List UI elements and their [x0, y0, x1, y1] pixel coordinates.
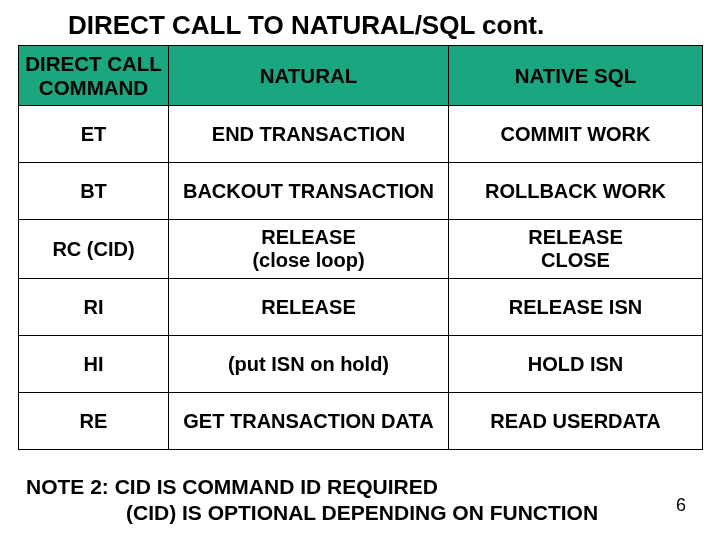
page-title: DIRECT CALL TO NATURAL/SQL cont.	[68, 10, 702, 41]
table-row: RE GET TRANSACTION DATA READ USERDATA	[19, 393, 703, 450]
table-header-row: DIRECT CALL COMMAND NATURAL NATIVE SQL	[19, 46, 703, 106]
cell-cmd: BT	[19, 163, 169, 220]
page-number: 6	[676, 495, 686, 516]
cell-sql: ROLLBACK WORK	[449, 163, 703, 220]
cell-natural: END TRANSACTION	[169, 106, 449, 163]
table-row: ET END TRANSACTION COMMIT WORK	[19, 106, 703, 163]
cell-cmd: HI	[19, 336, 169, 393]
header-direct-call-command: DIRECT CALL COMMAND	[19, 46, 169, 106]
cell-sql: HOLD ISN	[449, 336, 703, 393]
cell-cmd: RI	[19, 279, 169, 336]
footnote-line2: (CID) IS OPTIONAL DEPENDING ON FUNCTION	[26, 500, 702, 526]
table-row: BT BACKOUT TRANSACTION ROLLBACK WORK	[19, 163, 703, 220]
header-natural: NATURAL	[169, 46, 449, 106]
slide: DIRECT CALL TO NATURAL/SQL cont. DIRECT …	[0, 0, 720, 540]
header-native-sql: NATIVE SQL	[449, 46, 703, 106]
table-row: HI (put ISN on hold) HOLD ISN	[19, 336, 703, 393]
cell-natural: BACKOUT TRANSACTION	[169, 163, 449, 220]
cell-cmd: RE	[19, 393, 169, 450]
cell-natural: (put ISN on hold)	[169, 336, 449, 393]
command-table: DIRECT CALL COMMAND NATURAL NATIVE SQL E…	[18, 45, 703, 450]
footnote-line1: NOTE 2: CID IS COMMAND ID REQUIRED	[26, 475, 438, 498]
cell-sql: READ USERDATA	[449, 393, 703, 450]
table-row: RI RELEASE RELEASE ISN	[19, 279, 703, 336]
table-row: RC (CID) RELEASE (close loop) RELEASE CL…	[19, 220, 703, 279]
cell-natural: RELEASE	[169, 279, 449, 336]
cell-cmd: RC (CID)	[19, 220, 169, 279]
cell-natural: RELEASE (close loop)	[169, 220, 449, 279]
footnote: NOTE 2: CID IS COMMAND ID REQUIRED (CID)…	[26, 474, 702, 527]
cell-sql: RELEASE ISN	[449, 279, 703, 336]
cell-cmd: ET	[19, 106, 169, 163]
cell-sql: RELEASE CLOSE	[449, 220, 703, 279]
cell-sql: COMMIT WORK	[449, 106, 703, 163]
cell-natural: GET TRANSACTION DATA	[169, 393, 449, 450]
